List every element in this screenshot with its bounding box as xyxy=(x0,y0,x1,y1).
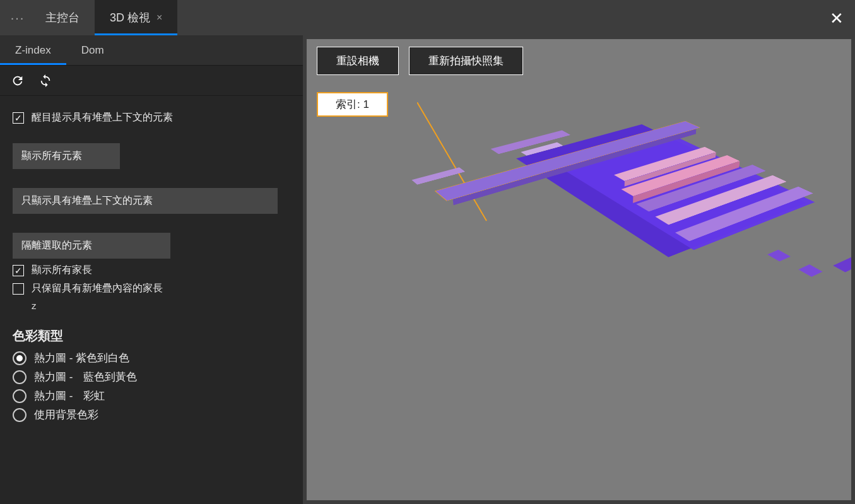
radio-label: 熱力圖 - 紫色到白色 xyxy=(34,351,129,365)
opt-show-all-parents: 顯示所有家長 xyxy=(13,264,290,277)
checkbox[interactable] xyxy=(13,112,24,124)
radio-use-bg: 使用背景色彩 xyxy=(13,407,290,422)
slab xyxy=(798,264,823,277)
top-tab-bar: ··· 主控台 3D 檢視 × xyxy=(0,0,855,35)
refresh-icon[interactable] xyxy=(10,73,25,88)
slab xyxy=(833,254,851,272)
main-area: Z-index Dom 醒目提示具有堆疊上下文的元素 顯示所有元素 只顯示具有堆… xyxy=(0,35,855,504)
sync-icon[interactable] xyxy=(38,73,53,88)
more-icon[interactable]: ··· xyxy=(5,11,30,25)
color-type-title: 色彩類型 xyxy=(13,327,290,344)
option-label: 醒目提示具有堆疊上下文的元素 xyxy=(32,111,173,124)
subtab-label: Z-index xyxy=(15,44,51,57)
radio-label: 熱力圖 - 彩虹 xyxy=(34,389,105,403)
subtab-zindex[interactable]: Z-index xyxy=(0,35,66,65)
radio-purple-white: 熱力圖 - 紫色到白色 xyxy=(13,351,290,365)
tab-3d-view[interactable]: 3D 檢視 × xyxy=(95,0,177,35)
sidebar: Z-index Dom 醒目提示具有堆疊上下文的元素 顯示所有元素 只顯示具有堆… xyxy=(0,35,303,504)
subtab-dom[interactable]: Dom xyxy=(66,35,119,65)
scene-3d xyxy=(307,64,851,500)
radio[interactable] xyxy=(13,408,27,422)
opt-highlight-stacking: 醒目提示具有堆疊上下文的元素 xyxy=(13,111,290,124)
checkbox[interactable] xyxy=(13,283,24,295)
options-panel: 醒目提示具有堆疊上下文的元素 顯示所有元素 只顯示具有堆疊上下文的元素 隔離選取… xyxy=(0,96,303,504)
option-label: 只保留具有新堆疊內容的家長 xyxy=(32,282,163,295)
radio-label: 使用背景色彩 xyxy=(34,407,98,422)
show-only-stacking-button[interactable]: 只顯示具有堆疊上下文的元素 xyxy=(13,188,278,214)
radio[interactable] xyxy=(13,370,27,384)
viewport-3d[interactable]: 重設相機 重新拍攝快照集 索引: 1 xyxy=(307,39,851,500)
checkbox[interactable] xyxy=(13,265,24,276)
slab xyxy=(767,250,791,262)
isolate-selected-button[interactable]: 隔離選取的元素 xyxy=(13,233,170,259)
option-label: 顯示所有家長 xyxy=(32,264,92,277)
subtab-label: Dom xyxy=(81,44,104,57)
close-panel-icon[interactable]: ✕ xyxy=(830,9,844,28)
tab-console[interactable]: 主控台 xyxy=(30,0,95,35)
radio[interactable] xyxy=(13,351,27,365)
radio-label: 熱力圖 - 藍色到黃色 xyxy=(34,370,137,384)
icon-toolbar xyxy=(0,66,303,96)
opt-keep-new-stacking-parents: 只保留具有新堆疊內容的家長 xyxy=(13,282,290,295)
sub-tab-bar: Z-index Dom xyxy=(0,35,303,66)
tab-label: 主控台 xyxy=(45,10,80,25)
radio-rainbow: 熱力圖 - 彩虹 xyxy=(13,389,290,403)
slab xyxy=(411,167,465,185)
radio-blue-yellow: 熱力圖 - 藍色到黃色 xyxy=(13,370,290,384)
z-label: z xyxy=(32,300,290,311)
show-all-button[interactable]: 顯示所有元素 xyxy=(13,143,120,169)
radio[interactable] xyxy=(13,389,27,403)
tab-label: 3D 檢視 xyxy=(110,10,150,25)
close-icon[interactable]: × xyxy=(156,12,162,23)
